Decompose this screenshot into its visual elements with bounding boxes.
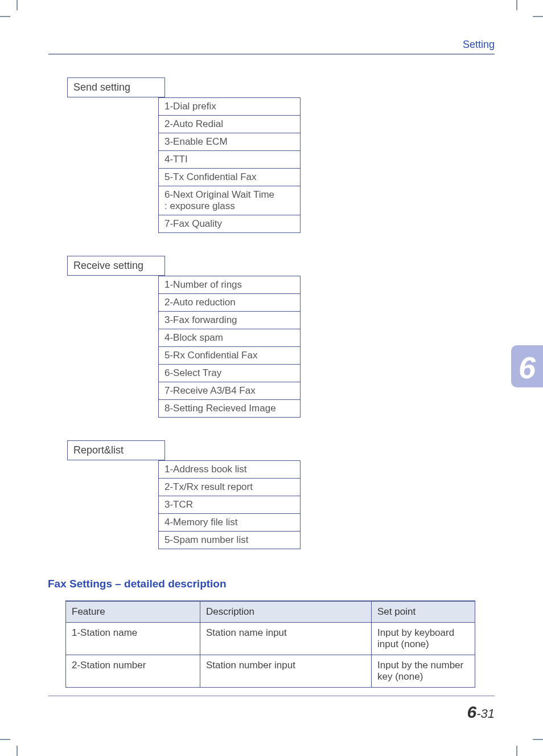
list-item: 7-Fax Quality: [158, 215, 301, 233]
list-item: 2-Auto reduction: [158, 294, 301, 312]
list-item: 2-Auto Redial: [158, 116, 301, 133]
table-row: 2-Station number Station number input In…: [66, 655, 475, 688]
table-header-row: Feature Description Set point: [66, 601, 475, 623]
list-item: 1-Number of rings: [158, 276, 301, 294]
list-item: 4-TTI: [158, 151, 301, 169]
group-title: Send setting: [67, 77, 165, 97]
cell-feature: 1-Station name: [66, 623, 200, 655]
fax-settings-table: Feature Description Set point 1-Station …: [65, 600, 475, 688]
col-header: Set point: [372, 601, 475, 623]
list-item: 5-Spam number list: [158, 532, 301, 549]
group-items: 1-Dial prefix 2-Auto Redial 3-Enable ECM…: [158, 97, 301, 233]
group-title: Receive setting: [67, 256, 165, 276]
list-item: 3-Fax forwarding: [158, 312, 301, 329]
header-rule: [48, 54, 495, 55]
cell-feature: 2-Station number: [66, 655, 200, 688]
content-area: Send setting 1-Dial prefix 2-Auto Redial…: [67, 74, 477, 688]
group-title: Report&list: [67, 440, 165, 460]
cell-description: Station name input: [200, 623, 372, 655]
list-item: 1-Dial prefix: [158, 97, 301, 116]
list-item: 3-Enable ECM: [158, 133, 301, 151]
cell-description: Station number input: [200, 655, 372, 688]
page-chapter: 6: [467, 702, 477, 721]
subsection-title: Fax Settings – detailed description: [48, 578, 477, 590]
list-item: 6-Select Tray: [158, 365, 301, 382]
list-item: 4-Memory file list: [158, 514, 301, 532]
cell-setpoint: Input by the number key (none): [372, 655, 475, 688]
group-items: 1-Number of rings 2-Auto reduction 3-Fax…: [158, 276, 301, 418]
page-number: 6-31: [467, 702, 495, 722]
list-item: 5-Tx Confidential Fax: [158, 169, 301, 186]
table-row: 1-Station name Station name input Input …: [66, 623, 475, 655]
group-items: 1-Address book list 2-Tx/Rx result repor…: [158, 460, 301, 549]
chapter-tab: 6: [511, 345, 543, 387]
col-header: Feature: [66, 601, 200, 623]
page-header-title: Setting: [463, 39, 495, 51]
footer-rule: [48, 696, 495, 696]
list-item: 4-Block spam: [158, 329, 301, 347]
list-item: 5-Rx Confidential Fax: [158, 347, 301, 365]
list-item: 6-Next Original Wait Time : exposure gla…: [158, 186, 301, 215]
page-index: 31: [481, 706, 495, 721]
list-item: 2-Tx/Rx result report: [158, 479, 301, 496]
list-item: 3-TCR: [158, 496, 301, 514]
list-item: 7-Receive A3/B4 Fax: [158, 382, 301, 400]
col-header: Description: [200, 601, 372, 623]
list-item: 1-Address book list: [158, 460, 301, 479]
cell-setpoint: Input by keyboard input (none): [372, 623, 475, 655]
list-item: 8-Setting Recieved Image: [158, 400, 301, 418]
page-sep: -: [476, 706, 480, 721]
